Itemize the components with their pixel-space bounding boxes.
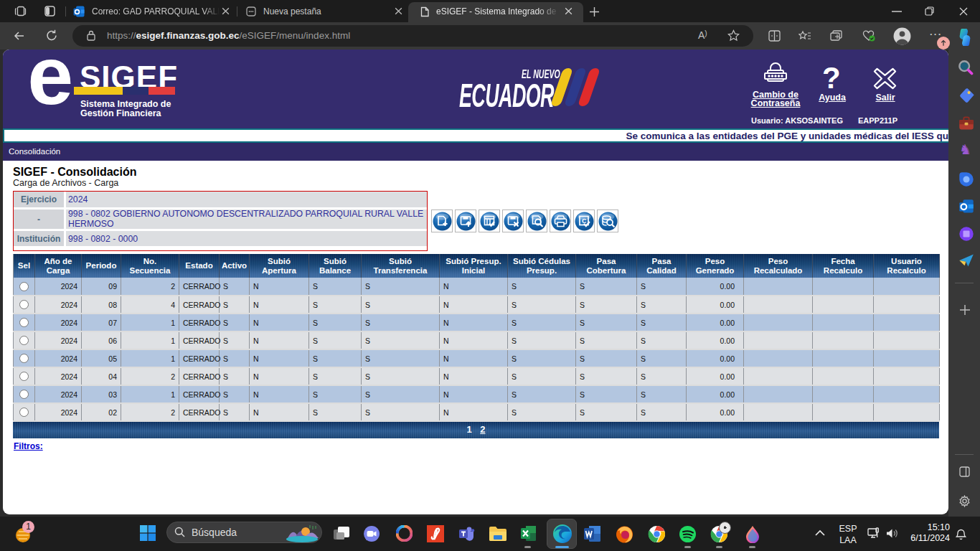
svg-text:C: C — [582, 217, 587, 224]
